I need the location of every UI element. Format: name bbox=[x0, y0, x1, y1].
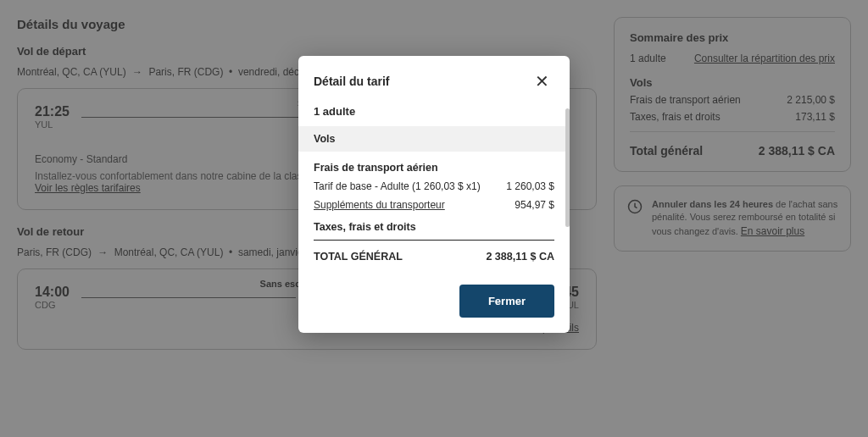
base-fare-value: 1 260,03 $ bbox=[506, 180, 554, 192]
modal-pax: 1 adulte bbox=[314, 105, 554, 118]
supplements-value: 954,97 $ bbox=[515, 199, 554, 211]
close-icon[interactable]: ✕ bbox=[530, 69, 554, 93]
modal-total-value: 2 388,11 $ CA bbox=[486, 251, 554, 263]
scrollbar[interactable] bbox=[565, 105, 570, 263]
close-button[interactable]: Fermer bbox=[459, 285, 554, 318]
modal-flights-section: Vols bbox=[298, 126, 570, 152]
modal-total-label: TOTAL GÉNÉRAL bbox=[314, 251, 403, 263]
modal-title: Détail du tarif bbox=[314, 75, 389, 88]
base-fare-label: Tarif de base - Adulte (1 260,03 $ x1) bbox=[314, 180, 481, 192]
modal-air-subheading: Frais de transport aérien bbox=[314, 162, 554, 174]
modal-overlay[interactable]: Détail du tarif ✕ 1 adulte Vols Frais de… bbox=[0, 0, 868, 437]
fare-detail-modal: Détail du tarif ✕ 1 adulte Vols Frais de… bbox=[298, 56, 570, 333]
modal-tax-subheading: Taxes, frais et droits bbox=[314, 221, 554, 233]
carrier-supplements-link[interactable]: Suppléments du transporteur bbox=[314, 199, 445, 211]
